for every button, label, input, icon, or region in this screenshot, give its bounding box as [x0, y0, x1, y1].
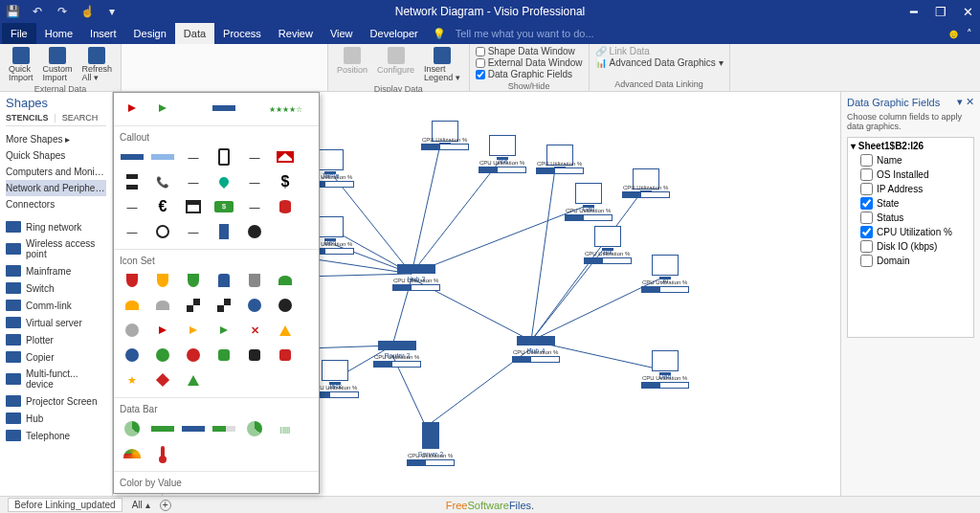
globe-icon[interactable]	[150, 222, 175, 241]
close-icon[interactable]: ✕	[959, 5, 976, 19]
connectors-stencil[interactable]: Connectors	[6, 196, 106, 212]
stars-icon[interactable]	[273, 99, 298, 118]
sheet-tab[interactable]: Before Linking_updated	[8, 498, 122, 512]
info-icon[interactable]	[120, 346, 145, 365]
computers-monitors-stencil[interactable]: Computers and Monitors	[6, 164, 106, 180]
stencil-item[interactable]: Projector Screen	[6, 392, 106, 410]
diagram-node[interactable]: Hub 4CPU Utilization %	[512, 336, 560, 363]
gauge-icon[interactable]	[120, 444, 145, 463]
stencil-item[interactable]: Ring network	[6, 218, 106, 235]
search-tab[interactable]: SEARCH	[62, 113, 99, 123]
stencil-item[interactable]: Plotter	[6, 331, 106, 348]
card-icon[interactable]: $	[212, 197, 236, 216]
tab-process[interactable]: Process	[214, 23, 270, 44]
phone-icon[interactable]	[212, 147, 236, 167]
circle-icon[interactable]	[273, 296, 298, 315]
quick-shapes[interactable]: Quick Shapes	[6, 147, 106, 164]
tab-insert[interactable]: Insert	[81, 23, 125, 44]
tab-view[interactable]: View	[322, 23, 362, 44]
stencils-tab[interactable]: STENCILS	[6, 113, 49, 123]
network-peripherals-stencil[interactable]: Network and Peripherals	[6, 180, 106, 196]
stencil-item[interactable]: Mainframe	[6, 262, 106, 279]
callout-icon[interactable]	[150, 147, 175, 167]
diagram-node[interactable]: DanCPU Utilization %	[641, 350, 689, 389]
flag-icon[interactable]	[212, 321, 236, 340]
flag-icon[interactable]	[181, 321, 206, 340]
flag-icon[interactable]	[150, 321, 175, 340]
flag-red-icon[interactable]	[120, 99, 145, 118]
gear-icon[interactable]	[242, 222, 267, 241]
field-checkbox[interactable]: CPU Utilization %	[851, 225, 970, 239]
field-checkbox[interactable]: Disk IO (kbps)	[851, 239, 970, 254]
stencil-item[interactable]: Wireless access point	[6, 235, 106, 262]
diagram-node[interactable]: JoeCPU Utilization %	[479, 135, 526, 173]
bar-icon[interactable]	[212, 99, 236, 118]
square-icon[interactable]	[242, 346, 267, 365]
square-icon[interactable]	[212, 346, 236, 365]
advanced-graphics-button[interactable]: 📊 Advanced Data Graphics ▾	[595, 57, 724, 68]
tally-icon[interactable]: |||||	[273, 419, 298, 438]
stencil-item[interactable]: Hub	[6, 410, 106, 427]
calendar-icon[interactable]	[181, 197, 206, 216]
link-data-button[interactable]: 🔗 Link Data	[595, 46, 724, 56]
external-data-window-checkbox[interactable]: External Data Window	[476, 57, 583, 68]
touch-icon[interactable]: ☝	[78, 3, 96, 20]
field-checkbox[interactable]: Domain	[851, 254, 970, 268]
diagram-node[interactable]: BillCPU Utilization %	[584, 226, 632, 264]
callout-icon[interactable]	[120, 147, 145, 167]
tab-home[interactable]: Home	[36, 23, 81, 44]
stencil-item[interactable]: Copier	[6, 348, 106, 366]
grid-icon[interactable]	[212, 296, 236, 315]
position-button[interactable]: Position	[334, 46, 370, 76]
stencil-item[interactable]: Telephone	[6, 427, 106, 444]
tab-design[interactable]: Design	[125, 23, 175, 44]
triangle-icon[interactable]	[181, 370, 206, 390]
databar-icon[interactable]	[212, 419, 236, 438]
redo-icon[interactable]: ↷	[54, 3, 71, 20]
shape-data-window-checkbox[interactable]: Shape Data Window	[476, 46, 583, 56]
pie-icon[interactable]	[120, 419, 145, 438]
fields-tree-root[interactable]: ▾ Sheet1$B2:I26	[851, 141, 970, 151]
diagram-node[interactable]: CPU Utilization %	[421, 121, 469, 150]
insert-legend-button[interactable]: Insert Legend ▾	[421, 46, 463, 83]
stencil-item[interactable]: Multi-funct... device	[6, 366, 106, 392]
thumb-up-icon[interactable]	[212, 271, 236, 290]
diagram-node[interactable]: Hub 3CPU Utilization %	[392, 264, 440, 291]
field-checkbox[interactable]: Name	[851, 153, 970, 167]
qat-more-icon[interactable]: ▾	[103, 3, 121, 20]
databar-icon[interactable]	[181, 419, 206, 438]
configure-button[interactable]: Configure	[374, 46, 417, 76]
add-page-button[interactable]: +	[160, 500, 171, 511]
server-icon[interactable]	[212, 222, 236, 241]
wifi-icon[interactable]	[120, 296, 145, 315]
wifi-icon[interactable]	[273, 271, 298, 290]
diagram-node[interactable]: Router 2CPU Utilization %	[373, 341, 421, 368]
feedback-icon[interactable]: ☻	[947, 26, 961, 41]
all-pages-button[interactable]: All ▴	[132, 500, 150, 510]
pin-icon[interactable]	[212, 172, 236, 191]
hourglass-icon[interactable]	[120, 172, 145, 191]
minimize-icon[interactable]: ━	[905, 5, 923, 19]
phone-icon[interactable]: 📞	[150, 172, 175, 191]
field-checkbox[interactable]: Status	[851, 211, 970, 225]
more-shapes[interactable]: More Shapes ▸	[6, 131, 106, 147]
circle-icon[interactable]	[242, 296, 267, 315]
field-checkbox[interactable]: State	[851, 196, 970, 211]
diagram-node[interactable]: Server 2CPU Utilization %	[407, 422, 455, 466]
stencil-item[interactable]: Comm-link	[6, 297, 106, 314]
star-icon[interactable]: ★	[120, 370, 145, 390]
undo-icon[interactable]: ↶	[29, 3, 46, 20]
restore-icon[interactable]: ❐	[932, 5, 949, 19]
ribbon-collapse-icon[interactable]: ˄	[967, 28, 972, 40]
stencil-item[interactable]: Virtual server	[6, 314, 106, 331]
warning-icon[interactable]	[273, 321, 298, 340]
tab-data[interactable]: Data	[175, 23, 214, 44]
refresh-all-button[interactable]: Refresh All ▾	[79, 46, 116, 83]
diagram-node[interactable]: GailCPU Utilization %	[565, 183, 612, 221]
quick-import-button[interactable]: Quick Import	[6, 46, 36, 83]
data-graphic-fields-checkbox[interactable]: Data Graphic Fields	[476, 69, 583, 79]
circle-icon[interactable]	[181, 346, 206, 365]
color-spectrum-icon[interactable]	[120, 493, 177, 494]
diamond-icon[interactable]	[150, 370, 175, 390]
wifi-icon[interactable]	[150, 296, 175, 315]
